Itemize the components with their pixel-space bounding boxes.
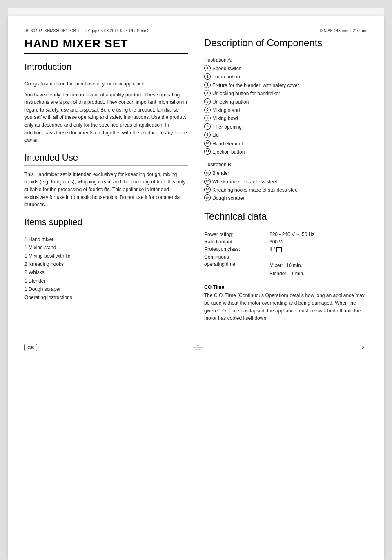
operating-values: Mixer: 10 min. Blender: 1 min. bbox=[270, 261, 368, 279]
components-list-a: 1 Speed switch 2 Turbo button 3 Fixture … bbox=[204, 65, 368, 156]
protection-value: II / bbox=[270, 245, 368, 253]
illus-b-label: Illustration B: bbox=[204, 162, 368, 167]
list-item: 1 Hand mixer bbox=[24, 235, 188, 243]
blender-label: Blender: bbox=[270, 270, 288, 278]
left-column: HAND MIXER SET Introduction Congratulati… bbox=[24, 37, 188, 322]
mixer-time-row: Mixer: 10 min. bbox=[270, 261, 366, 270]
table-row: Continuous bbox=[204, 253, 368, 261]
list-item: 8 Filler opening bbox=[204, 123, 368, 131]
intended-use-title: Intended Use bbox=[24, 152, 188, 163]
item-text-1: Speed switch bbox=[212, 65, 241, 73]
list-item: 2 Turbo button bbox=[204, 73, 368, 81]
file-info: IB_60492_SHMS300B1_GB_IE_CY.qxp 05.03.20… bbox=[24, 29, 149, 33]
item-text-15: Dough scraper bbox=[212, 194, 245, 202]
list-item: 14 Kneading hooks made of stainless stee… bbox=[204, 186, 368, 194]
list-item: 2 Kneading hooks bbox=[24, 260, 188, 268]
table-row: Power rating: 220 - 240 V ~, 50 Hz bbox=[204, 231, 368, 238]
items-supplied-underline bbox=[24, 230, 188, 230]
list-item: 3 Fixture for the blender, with safety c… bbox=[204, 81, 368, 89]
main-title: HAND MIXER SET bbox=[24, 37, 188, 50]
list-item: 1 Mixing bowl with lid bbox=[24, 252, 188, 260]
item-text-8: Filler opening bbox=[212, 123, 242, 131]
item-text-11: Ejection button bbox=[212, 148, 245, 156]
item-num-15: 15 bbox=[204, 194, 211, 201]
bottom-crosshair bbox=[193, 343, 203, 353]
crosshair-circle-icon bbox=[196, 345, 200, 350]
intro-para-2: You have clearly decided in favour of a … bbox=[24, 91, 188, 144]
right-column: Description of Components Illustration A… bbox=[204, 37, 368, 322]
list-item: 15 Dough scraper bbox=[204, 194, 368, 202]
page-size: DIN A5 148 mm x 210 mm bbox=[320, 29, 368, 33]
continuous-label: Continuous bbox=[204, 253, 270, 261]
introduction-underline bbox=[24, 75, 188, 75]
list-item: 6 Mixing stand bbox=[204, 106, 368, 114]
item-text-6: Mixing stand bbox=[212, 106, 240, 114]
table-row: Protection class: II / bbox=[204, 245, 368, 253]
intended-use-text: This Handmixer set is intended exclusive… bbox=[24, 171, 188, 209]
item-num-3: 3 bbox=[204, 82, 211, 88]
illus-a-label: Illustration A: bbox=[204, 57, 368, 63]
item-text-2: Turbo button bbox=[212, 73, 240, 81]
item-num-10: 10 bbox=[204, 140, 211, 147]
item-text-12: Blender bbox=[212, 169, 229, 177]
item-num-2: 2 bbox=[204, 73, 211, 80]
item-num-6: 6 bbox=[204, 107, 211, 113]
mixer-label: Mixer: bbox=[270, 261, 283, 270]
table-row: Rated output: 300 W bbox=[204, 238, 368, 245]
tech-underline bbox=[204, 225, 368, 225]
protection-square-icon bbox=[276, 247, 282, 252]
list-item: 9 Lid bbox=[204, 131, 368, 139]
item-num-11: 11 bbox=[204, 148, 211, 155]
protection-label: Protection class: bbox=[204, 245, 270, 253]
blender-value: 1 min. bbox=[291, 270, 305, 278]
desc-components-title: Description of Components bbox=[204, 37, 368, 49]
operating-label: operating time: bbox=[204, 261, 270, 279]
tech-data-title: Technical data bbox=[204, 211, 368, 222]
page-number: - 2 - bbox=[359, 345, 368, 350]
co-time-text: The C.O. Time (Continuous Operation) det… bbox=[204, 292, 368, 322]
list-item: Operating instructions bbox=[24, 293, 188, 301]
output-label: Rated output: bbox=[204, 238, 270, 245]
list-item: 5 Unlocking button bbox=[204, 98, 368, 106]
page: IB_60492_SHMS300B1_GB_IE_CY.qxp 05.03.20… bbox=[8, 16, 384, 560]
main-title-underline bbox=[24, 53, 188, 54]
power-label: Power rating: bbox=[204, 231, 270, 238]
item-text-13: Whisk made of stainless steel bbox=[212, 178, 277, 186]
list-item: 1 Mixing stand bbox=[24, 243, 188, 252]
power-value: 220 - 240 V ~, 50 Hz bbox=[270, 231, 368, 238]
item-text-7: Mixing bowl bbox=[212, 114, 238, 123]
list-item: 10 Hand element bbox=[204, 140, 368, 148]
protection-text: II / bbox=[270, 246, 282, 252]
list-item: 1 Dough scraper bbox=[24, 285, 188, 293]
table-row: operating time: Mixer: 10 min. Blender: … bbox=[204, 261, 368, 279]
list-item: 11 Ejection button bbox=[204, 148, 368, 156]
co-time-title: CO Time bbox=[204, 284, 368, 290]
item-text-10: Hand element bbox=[212, 140, 243, 148]
list-item: 7 Mixing bowl bbox=[204, 114, 368, 123]
item-num-9: 9 bbox=[204, 132, 211, 138]
gb-badge: GB bbox=[24, 344, 37, 351]
item-num-14: 14 bbox=[204, 186, 211, 193]
tech-table: Power rating: 220 - 240 V ~, 50 Hz Rated… bbox=[204, 231, 368, 279]
items-list: 1 Hand mixer 1 Mixing stand 1 Mixing bow… bbox=[24, 235, 188, 302]
bottom-bar: GB - 2 - bbox=[24, 339, 368, 353]
top-meta: IB_60492_SHMS300B1_GB_IE_CY.qxp 05.03.20… bbox=[24, 29, 368, 33]
desc-underline bbox=[204, 51, 368, 51]
item-num-12: 12 bbox=[204, 170, 211, 176]
content-area: HAND MIXER SET Introduction Congratulati… bbox=[24, 37, 368, 322]
item-num-7: 7 bbox=[204, 115, 211, 121]
list-item: 4 Unlocking button for handmixer bbox=[204, 89, 368, 98]
blender-time-row: Blender: 1 min. bbox=[270, 270, 366, 278]
items-supplied-title: Items supplied bbox=[24, 217, 188, 228]
item-text-14: Kneading hooks made of stainless steel bbox=[212, 186, 298, 194]
mixer-value: 10 min. bbox=[286, 261, 302, 270]
item-num-8: 8 bbox=[204, 123, 211, 130]
list-item: 1 Speed switch bbox=[204, 65, 368, 73]
item-num-1: 1 bbox=[204, 65, 211, 71]
list-item: 12 Blender bbox=[204, 169, 368, 177]
intended-use-underline bbox=[24, 165, 188, 166]
components-list-b: 12 Blender 13 Whisk made of stainless st… bbox=[204, 169, 368, 203]
page-wrapper: IB_60492_SHMS300B1_GB_IE_CY.qxp 05.03.20… bbox=[8, 8, 384, 560]
item-num-5: 5 bbox=[204, 98, 211, 105]
list-item: 13 Whisk made of stainless steel bbox=[204, 178, 368, 186]
